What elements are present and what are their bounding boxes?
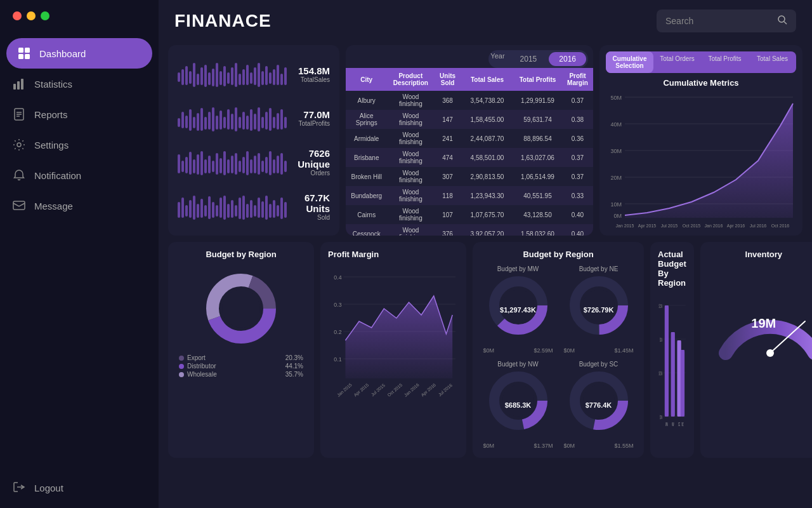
cumulative-tabs[interactable]: Cumulative Selection Total Orders Total …	[606, 51, 796, 73]
svg-text:40M: 40M	[610, 121, 622, 128]
svg-rect-89	[235, 153, 237, 175]
year-pill-2015[interactable]: 2015	[510, 52, 547, 66]
svg-rect-129	[277, 205, 279, 217]
search-bar[interactable]	[657, 10, 796, 32]
svg-rect-21	[197, 74, 199, 85]
year-pill-2016[interactable]: 2016	[549, 52, 586, 66]
budget-mini-title: Budget by Region	[480, 250, 636, 259]
kpi-num-2: 77.0M	[299, 109, 330, 120]
sidebar-item-label-message: Message	[34, 201, 73, 211]
svg-rect-22	[200, 67, 203, 85]
tab-total-orders[interactable]: Total Orders	[653, 51, 701, 73]
svg-text:$1M: $1M	[660, 337, 662, 343]
svg-rect-54	[212, 107, 214, 131]
sidebar-item-notification[interactable]: Notification	[0, 160, 159, 190]
sidebar-item-statistics[interactable]: Statistics	[0, 69, 159, 99]
svg-rect-125	[261, 201, 264, 218]
budget-mini-sub-sc: Budget by SC	[579, 361, 619, 368]
donut-max-ne: $1.45M	[614, 347, 633, 354]
settings-icon	[13, 138, 25, 151]
sidebar-item-settings[interactable]: Settings	[0, 130, 159, 160]
sidebar-item-label-reports: Reports	[34, 109, 68, 120]
sidebar-item-dashboard[interactable]: Dashboard	[6, 38, 152, 69]
svg-text:30M: 30M	[610, 148, 622, 154]
svg-rect-112	[212, 202, 214, 218]
budget-mini-grid: Budget by MW $1,297.43K $0M $2.59M	[480, 265, 636, 450]
table-row: Alice SpringsWood finishing1471,58,455.0…	[346, 110, 593, 129]
inventory-title: Inventory	[745, 250, 783, 259]
svg-rect-74	[178, 154, 180, 173]
svg-rect-32	[239, 74, 241, 85]
tab-total-profits[interactable]: Total Profits	[701, 51, 749, 73]
data-table-scroll[interactable]: City Product Description Units Sold Tota…	[346, 68, 593, 236]
svg-rect-30	[231, 67, 233, 85]
svg-text:Apr 2016: Apr 2016	[727, 224, 745, 229]
sidebar-item-label-dashboard: Dashboard	[39, 48, 86, 59]
th-units: Units Sold	[434, 68, 461, 91]
svg-text:$0M: $0M	[660, 414, 662, 420]
svg-rect-55	[216, 116, 218, 130]
logout-label: Logout	[34, 483, 63, 493]
data-table: City Product Description Units Sold Tota…	[346, 68, 593, 236]
svg-text:Apr 2015: Apr 2015	[353, 382, 370, 398]
svg-text:0.3: 0.3	[334, 302, 341, 308]
search-input[interactable]	[665, 16, 772, 26]
svg-text:Apr 2015: Apr 2015	[638, 224, 657, 229]
svg-text:$0.5M: $0.5M	[659, 370, 663, 377]
svg-rect-82	[208, 156, 211, 173]
svg-rect-64	[250, 109, 252, 131]
donut-value-ne: $726.79K	[584, 306, 614, 314]
svg-text:Jul 2016: Jul 2016	[750, 224, 767, 228]
main-content: FINANACE	[159, 0, 812, 508]
logout-icon	[13, 481, 25, 495]
svg-rect-47	[185, 116, 188, 128]
svg-text:$1.5M: $1.5M	[659, 303, 663, 309]
year-filter[interactable]: Year 2015 2016	[488, 50, 588, 68]
svg-rect-111	[208, 196, 211, 219]
svg-rect-194	[681, 350, 684, 417]
svg-rect-56	[219, 110, 222, 130]
svg-rect-94	[254, 156, 256, 173]
svg-point-173	[502, 290, 534, 321]
table-body: AlburyWood finishing3683,54,738.201,29,9…	[346, 91, 593, 236]
search-icon	[777, 15, 787, 27]
sidebar-item-reports[interactable]: Reports	[0, 99, 159, 130]
actual-budget-panel: Actual Budget By Region $1.5M $1M $0.5M …	[650, 242, 694, 458]
donut-mini-nw: $685.3K	[483, 370, 553, 440]
svg-rect-85	[219, 158, 222, 173]
maximize-button[interactable]	[41, 11, 49, 20]
tab-cumulative-selection[interactable]: Cumulative Selection	[606, 51, 653, 73]
svg-rect-95	[258, 153, 260, 175]
table-row: ArmidaleWood finishing2412,44,087.7088,8…	[346, 129, 593, 148]
budget-mini-mw: Budget by MW $1,297.43K $0M $2.59M	[480, 265, 556, 356]
actual-budget-title: Actual Budget By Region	[658, 250, 686, 288]
svg-text:50M: 50M	[610, 95, 622, 101]
bar-chart-area: $1.5M $1M $0.5M $0M MW	[658, 293, 686, 458]
svg-rect-121	[246, 204, 249, 218]
svg-text:20M: 20M	[610, 175, 622, 181]
svg-rect-28	[223, 66, 226, 86]
svg-rect-59	[231, 114, 233, 130]
svg-rect-0	[18, 48, 23, 53]
donut-min-sc: $0M	[564, 443, 575, 449]
svg-rect-191	[665, 305, 669, 417]
svg-rect-41	[273, 69, 275, 85]
kpi-total-profits: 77.0M TotalProfits	[178, 99, 330, 138]
svg-rect-36	[254, 67, 256, 85]
logout-button[interactable]: Logout	[0, 468, 159, 508]
svg-rect-127	[269, 204, 272, 218]
legend-wholesale-value: 35.7%	[285, 371, 303, 378]
svg-rect-123	[254, 205, 256, 217]
sidebar-item-message[interactable]: Message	[0, 190, 159, 221]
kpi-wave-3	[178, 148, 289, 177]
kpi-label-2: TotalProfits	[299, 120, 330, 127]
year-filter-label: Year	[490, 52, 504, 66]
svg-rect-57	[223, 117, 226, 128]
svg-rect-37	[258, 63, 260, 87]
tab-total-sales[interactable]: Total Sales	[749, 51, 796, 73]
close-button[interactable]	[13, 11, 22, 20]
minimize-button[interactable]	[27, 11, 36, 20]
svg-rect-19	[189, 71, 192, 84]
svg-rect-38	[261, 71, 264, 85]
svg-rect-99	[273, 159, 275, 173]
